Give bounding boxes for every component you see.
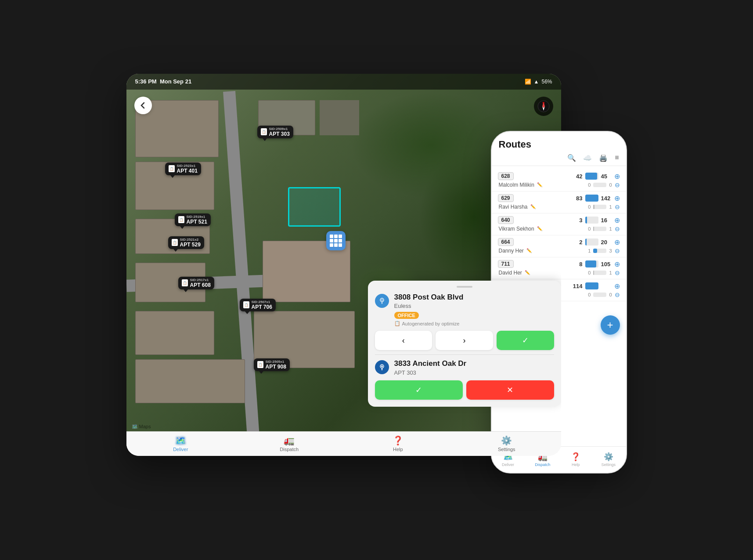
status-time: 5:36 PM Mon Sep 21 [135, 78, 192, 85]
add-route-fab[interactable]: + [601, 315, 620, 335]
popup-card: 3808 Post Oak Blvd Euless OFFICE 📋 Autog… [368, 281, 561, 407]
popup-note-1: 📋 Autogenerated by optimize [394, 321, 464, 326]
map-marker-apt401[interactable]: SID:2523x1 APT 401 [165, 163, 201, 175]
tab-settings-label: Settings [498, 447, 515, 452]
route-item-640: 640 3 16 ⊕ Vikram Sekhon ✏️ [492, 213, 626, 235]
popup-item-1: 3808 Post Oak Blvd Euless OFFICE 📋 Autog… [375, 293, 554, 326]
route-num-left-717: 114 [573, 283, 583, 289]
route-num-right-664: 20 [601, 239, 612, 246]
popup-actions-2: ✓ ✕ [375, 380, 554, 400]
route-bar-629 [585, 195, 598, 202]
tab-deliver[interactable]: 🗺️ Deliver [163, 435, 198, 452]
route-arrow-629[interactable]: ⊕ [614, 194, 620, 202]
route-bar-fill-664 [585, 238, 587, 246]
popup-check-btn-2[interactable]: ✓ [375, 380, 463, 400]
search-icon[interactable]: 🔍 [567, 154, 576, 162]
route-sub-arrow-711[interactable]: ⊖ [615, 269, 620, 276]
marker-label: SID:2523x1 APT 401 [177, 164, 198, 174]
route-num-right-629: 142 [601, 195, 612, 202]
grid-icon[interactable] [326, 231, 346, 250]
route-edit-628[interactable]: ✏️ [537, 182, 542, 187]
tab-dispatch-label: Dispatch [280, 447, 299, 452]
tab-deliver-label: Deliver [173, 447, 188, 452]
route-item-664: 664 2 20 ⊕ Danny Her ✏️ [492, 235, 626, 257]
tablet-tab-bar: 🗺️ Deliver 🚛 Dispatch ❓ Help ⚙️ Settings [126, 431, 561, 456]
popup-address-1: 3808 Post Oak Blvd [394, 293, 464, 302]
route-edit-640[interactable]: ✏️ [537, 226, 542, 231]
route-sub-711: 0 1 ⊖ [588, 269, 620, 276]
map-marker-apt706[interactable]: SID:2507x1 APT 706 [240, 299, 276, 311]
parking-lot [320, 100, 359, 135]
popup-forward-btn[interactable]: › [436, 331, 493, 350]
marker-label: SID:2507x1 APT 706 [252, 300, 272, 310]
route-sub-629: 0 1 ⊖ [588, 203, 620, 210]
popup-check-btn[interactable]: ✓ [497, 331, 554, 350]
popup-x-btn[interactable]: ✕ [466, 380, 554, 400]
marker-icon [261, 128, 267, 135]
marker-icon [169, 165, 175, 172]
route-sub-640: 0 1 ⊖ [588, 225, 620, 232]
route-sub-arrow-717[interactable]: ⊖ [615, 291, 620, 298]
phone-help-label: Help [572, 462, 580, 467]
route-item-628: 628 42 45 ⊕ Malcolm Milikin ✏️ [492, 170, 626, 191]
marker-label: SID:2519x1 APT 521 [187, 215, 207, 225]
tab-settings[interactable]: ⚙️ Settings [489, 435, 524, 452]
route-arrow-664[interactable]: ⊕ [614, 238, 620, 246]
upload-icon[interactable]: ☁️ [583, 154, 592, 162]
route-bar-fill-629 [585, 195, 598, 202]
map-marker-apt908[interactable]: SID:2505x1 APT 908 [254, 358, 290, 371]
phone-title: Routes [499, 139, 619, 150]
route-sub-arrow-664[interactable]: ⊖ [615, 247, 620, 254]
route-nums-711: 8 105 ⊕ [574, 260, 620, 268]
route-nums-664: 2 20 ⊕ [574, 238, 620, 246]
route-edit-711[interactable]: ✏️ [525, 270, 530, 275]
wifi-icon: 📶 [525, 79, 531, 85]
tab-dispatch[interactable]: 🚛 Dispatch [272, 435, 307, 452]
route-name-628: Malcolm Milikin [499, 182, 534, 188]
popup-back-btn[interactable]: ‹ [375, 331, 432, 350]
route-edit-629[interactable]: ✏️ [530, 204, 536, 209]
map-marker-apt521[interactable]: SID:2519x1 APT 521 [175, 213, 211, 226]
route-arrow-711[interactable]: ⊕ [614, 260, 620, 268]
map-marker-apt303[interactable]: SID:2509x1 APT 303 [257, 126, 293, 138]
popup-handle [457, 286, 472, 288]
phone-tab-settings[interactable]: ⚙️ Settings [601, 452, 616, 467]
route-arrow-628[interactable]: ⊕ [614, 172, 620, 181]
help-icon: ❓ [393, 435, 404, 446]
route-item-629: 629 83 142 ⊕ Ravi Harsha ✏️ [492, 191, 626, 213]
phone-tab-help[interactable]: ❓ Help [571, 452, 580, 467]
popup-pin-1 [375, 294, 389, 308]
filter-icon[interactable]: ≡ [615, 154, 619, 162]
svg-point-8 [381, 365, 383, 367]
route-num-left-629: 83 [574, 195, 583, 202]
route-id-664: 664 [498, 238, 514, 246]
marker-label: SID:2517x1 APT 608 [190, 278, 211, 288]
map-marker-apt608[interactable]: SID:2517x1 APT 608 [178, 277, 214, 289]
status-icons: 📶 ▲ 56% [525, 79, 552, 85]
marker-label: SID:2521x2 APT 529 [180, 238, 201, 248]
route-sub-arrow-640[interactable]: ⊖ [615, 225, 620, 232]
route-sub-arrow-628[interactable]: ⊖ [615, 181, 620, 188]
route-num-left-664: 2 [574, 239, 583, 246]
tab-help[interactable]: ❓ Help [380, 435, 415, 452]
route-id-711: 711 [498, 260, 514, 268]
route-arrow-717[interactable]: ⊕ [614, 282, 620, 290]
print-icon[interactable]: 🖨️ [599, 154, 608, 162]
route-arrow-640[interactable]: ⊕ [614, 216, 620, 224]
phone-dispatch-label: Dispatch [535, 462, 550, 467]
route-num-left-711: 8 [574, 261, 583, 267]
back-button[interactable] [134, 97, 152, 114]
route-bar-717 [585, 282, 598, 289]
phone-toolbar: 🔍 ☁️ 🖨️ ≡ [499, 154, 619, 162]
deliver-icon: 🗺️ [175, 435, 186, 446]
route-nums-628: 42 45 ⊕ [574, 172, 620, 181]
route-edit-664[interactable]: ✏️ [526, 248, 532, 253]
route-num-right-628: 45 [601, 173, 612, 180]
phone-deliver-label: Deliver [502, 462, 514, 467]
route-bar-fill-711 [585, 260, 597, 267]
route-sub-arrow-629[interactable]: ⊖ [615, 203, 620, 210]
route-sub-628: 0 0 ⊖ [588, 181, 620, 188]
phone-header: Routes 🔍 ☁️ 🖨️ ≡ [492, 132, 626, 166]
marker-label: SID:2505x1 APT 908 [266, 360, 286, 370]
map-marker-apt529[interactable]: SID:2521x2 APT 529 [168, 236, 204, 249]
